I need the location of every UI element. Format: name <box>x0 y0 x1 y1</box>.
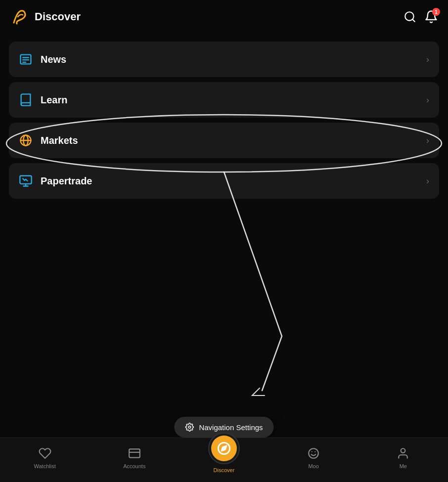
notification-badge: 1 <box>432 8 440 16</box>
nav-moo[interactable]: Moo <box>296 446 331 469</box>
markets-icon <box>19 133 33 147</box>
bottom-nav: Watchlist Accounts Discover <box>0 438 448 482</box>
papertrade-label: Papertrade <box>41 175 92 187</box>
svg-marker-17 <box>222 446 226 451</box>
notifications-button[interactable]: 1 <box>424 10 438 24</box>
nav-accounts[interactable]: Accounts <box>117 446 152 469</box>
menu-item-markets[interactable]: Markets › <box>9 123 439 158</box>
learn-label: Learn <box>41 94 67 106</box>
markets-chevron: › <box>426 135 429 146</box>
nav-me[interactable]: Me <box>386 446 420 469</box>
compass-icon <box>217 441 231 455</box>
svg-line-1 <box>412 19 415 22</box>
header-actions: 1 <box>403 10 438 24</box>
news-label: News <box>41 54 66 65</box>
watchlist-nav-label: Watchlist <box>34 463 55 469</box>
nav-watchlist[interactable]: Watchlist <box>28 446 62 469</box>
news-chevron: › <box>426 54 429 65</box>
discover-nav-label: Discover <box>214 467 235 473</box>
menu-item-news[interactable]: News › <box>9 42 439 77</box>
page-title: Discover <box>35 10 81 23</box>
moo-nav-label: Moo <box>308 463 318 469</box>
menu-list: News › Learn › Market <box>0 34 448 199</box>
svg-point-12 <box>188 426 191 429</box>
markets-label: Markets <box>41 135 78 146</box>
heart-icon <box>39 447 51 460</box>
search-button[interactable] <box>403 10 416 23</box>
learn-icon <box>19 93 33 107</box>
svg-point-21 <box>401 448 405 453</box>
app-logo <box>10 7 30 27</box>
learn-chevron: › <box>426 95 429 105</box>
papertrade-icon <box>19 174 33 188</box>
header: Discover 1 <box>0 0 448 34</box>
news-icon <box>19 52 33 66</box>
moo-icon <box>307 447 320 460</box>
svg-rect-14 <box>129 449 140 457</box>
person-icon <box>397 447 409 460</box>
nav-discover[interactable]: Discover <box>207 433 241 473</box>
gear-icon <box>185 423 194 432</box>
nav-settings-label: Navigation Settings <box>199 423 263 432</box>
menu-item-papertrade[interactable]: Papertrade › <box>9 163 439 199</box>
svg-point-18 <box>309 448 318 458</box>
search-icon <box>403 10 416 23</box>
menu-item-learn[interactable]: Learn › <box>9 82 439 118</box>
accounts-icon <box>128 447 141 460</box>
me-nav-label: Me <box>400 463 407 469</box>
papertrade-chevron: › <box>426 176 429 186</box>
accounts-nav-label: Accounts <box>123 463 145 469</box>
header-left: Discover <box>10 7 81 27</box>
